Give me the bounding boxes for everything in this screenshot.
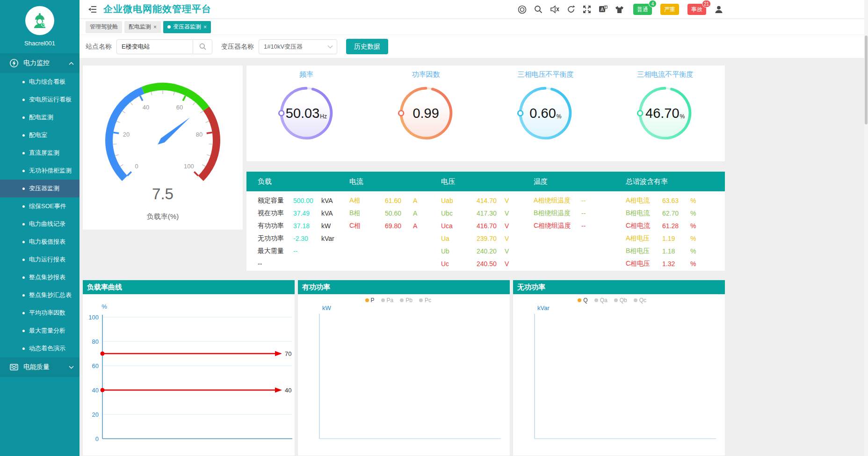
cell-label: 有功功率 xyxy=(258,222,290,230)
cell-value: -- xyxy=(293,247,319,255)
sidebar-item-label: 配电室 xyxy=(29,131,47,139)
cell-value: 63.63 xyxy=(662,197,688,204)
sidebar-item-电力曲线记录[interactable]: 电力曲线记录 xyxy=(0,215,80,233)
cell-unit: A xyxy=(413,222,417,230)
sidebar-item-变压器监测[interactable]: 变压器监测 xyxy=(0,180,80,197)
table-row: C相电流61.28% xyxy=(626,219,725,232)
sidebar-item-综保SOE事件[interactable]: 综保SOE事件 xyxy=(0,197,80,215)
search-icon[interactable] xyxy=(534,5,542,14)
tab-管理驾驶舱[interactable]: 管理驾驶舱 xyxy=(86,21,122,33)
cell-value: 416.70 xyxy=(477,222,503,230)
legend-item-Qb[interactable]: Qb xyxy=(614,297,627,304)
kpi-value-wrap: 46.70% xyxy=(636,84,694,143)
legend-dot-icon xyxy=(634,298,637,302)
tab-close-icon[interactable]: × xyxy=(153,24,157,30)
sidebar-group-电能质量[interactable]: 电能质量 xyxy=(0,357,80,377)
power-quality-icon xyxy=(9,362,19,372)
cell-unit: V xyxy=(505,260,509,268)
bullet-icon xyxy=(22,276,25,279)
site-search-button[interactable] xyxy=(193,39,212,54)
sidebar-item-电力运行报表[interactable]: 电力运行报表 xyxy=(0,251,80,268)
sidebar-item-label: 动态着色演示 xyxy=(29,344,65,353)
cell-value: 50.60 xyxy=(385,210,411,217)
alarm-button-事故[interactable]: 事故21 xyxy=(687,4,706,15)
bullet-icon xyxy=(22,259,25,261)
sidebar-item-label: 最大需量分析 xyxy=(29,326,65,335)
cell-unit: % xyxy=(690,247,696,255)
theme-icon[interactable] xyxy=(615,6,624,14)
legend-label: P xyxy=(371,297,375,304)
transformer-select-value: 1#10kV变压器 xyxy=(264,43,303,51)
history-data-button[interactable]: 历史数据 xyxy=(346,39,388,54)
tab-close-icon[interactable]: × xyxy=(203,24,207,30)
transformer-select[interactable]: 1#10kV变压器 xyxy=(259,39,337,54)
sidebar-item-最大需量分析[interactable]: 最大需量分析 xyxy=(0,322,80,340)
tab-配电监测[interactable]: 配电监测× xyxy=(124,21,161,33)
company-logo-icon xyxy=(25,6,54,35)
alarm-button-严重[interactable]: 严重 xyxy=(660,4,679,15)
sidebar-group-电力监控[interactable]: 电力监控 xyxy=(0,53,80,73)
site-name-input[interactable] xyxy=(116,39,193,54)
collapse-menu-icon[interactable] xyxy=(88,6,97,13)
kpi-value: 0.60 xyxy=(529,106,556,121)
cell-label: Uab xyxy=(441,197,474,204)
legend-label: Pc xyxy=(425,297,431,304)
legend-item-Pb[interactable]: Pb xyxy=(400,297,412,304)
fullscreen-icon[interactable] xyxy=(583,5,591,14)
sidebar-item-整点集抄汇总表[interactable]: 整点集抄汇总表 xyxy=(0,286,80,304)
cell-unit: A xyxy=(413,210,417,217)
user-icon[interactable] xyxy=(715,5,723,14)
legend-item-Qc[interactable]: Qc xyxy=(634,297,646,304)
sidebar-item-电力综合看板[interactable]: 电力综合看板 xyxy=(0,73,80,91)
kpi-unit: Hz xyxy=(320,113,327,120)
table-column: A相绕组温度--B相绕组温度--C相绕组温度-- xyxy=(534,194,626,270)
sidebar-item-整点集抄报表[interactable]: 整点集抄报表 xyxy=(0,268,80,286)
legend-item-Pc[interactable]: Pc xyxy=(419,297,431,304)
page-title: 企业微电网能效管理平台 xyxy=(103,3,211,15)
legend-dot-icon xyxy=(614,298,618,302)
cell-unit: V xyxy=(505,222,509,230)
scrollbar-thumb[interactable] xyxy=(865,36,868,124)
reactive-power-unit: kVar xyxy=(537,304,550,311)
cell-unit: kVA xyxy=(321,210,333,217)
legend-item-P[interactable]: P xyxy=(365,297,375,304)
legend-label: Qb xyxy=(620,297,627,304)
chevron-down-icon xyxy=(69,366,74,369)
table-row: Ub240.20V xyxy=(441,245,534,257)
svg-text:70: 70 xyxy=(285,350,291,357)
sidebar-item-无功补偿柜监测[interactable]: 无功补偿柜监测 xyxy=(0,162,80,180)
guide-icon[interactable] xyxy=(518,5,527,14)
tab-label: 变压器监测 xyxy=(173,23,201,31)
alarm-button-普通[interactable]: 普通4 xyxy=(633,4,652,15)
legend-item-Q[interactable]: Q xyxy=(578,297,587,304)
alarm-label: 普通 xyxy=(637,6,648,14)
cell-unit: kW xyxy=(321,222,331,230)
sidebar-item-直流屏监测[interactable]: 直流屏监测 xyxy=(0,144,80,162)
legend-item-Pa[interactable]: Pa xyxy=(381,297,394,304)
table-column-header: 温度 xyxy=(534,177,626,186)
sidebar-item-变电所运行看板[interactable]: 变电所运行看板 xyxy=(0,91,80,109)
sidebar-item-配电室[interactable]: 配电室 xyxy=(0,126,80,144)
refresh-icon[interactable] xyxy=(567,5,575,14)
tab-变压器监测[interactable]: 变压器监测× xyxy=(163,21,211,33)
svg-text:7.5: 7.5 xyxy=(152,185,174,203)
translate-icon[interactable]: A xyxy=(599,5,608,14)
kpi-ring: 0.60% xyxy=(516,84,575,143)
kpi-title: 三相电流不平衡度 xyxy=(605,70,725,79)
sidebar-item-动态着色演示[interactable]: 动态着色演示 xyxy=(0,340,80,357)
sidebar-item-电力极值报表[interactable]: 电力极值报表 xyxy=(0,233,80,251)
cell-value: 240.20 xyxy=(477,247,503,255)
kpi-value: 0.99 xyxy=(412,106,439,121)
filter-bar: 站点名称 变压器名称 1#10kV变压器 历史数据 xyxy=(80,35,868,58)
site-search-group xyxy=(116,39,212,54)
cell-label: A相电流 xyxy=(626,196,659,205)
legend-item-Qa[interactable]: Qa xyxy=(594,297,608,304)
mute-icon[interactable] xyxy=(550,5,559,14)
sidebar-item-平均功率因数[interactable]: 平均功率因数 xyxy=(0,304,80,322)
scrollbar-track[interactable] xyxy=(864,0,868,456)
sidebar-item-配电监测[interactable]: 配电监测 xyxy=(0,109,80,126)
tab-bar: 管理驾驶舱配电监测×变压器监测× xyxy=(80,19,868,35)
cell-label: Ub xyxy=(441,247,474,255)
bullet-icon xyxy=(22,81,25,83)
table-row: B相绕组温度-- xyxy=(534,207,626,219)
